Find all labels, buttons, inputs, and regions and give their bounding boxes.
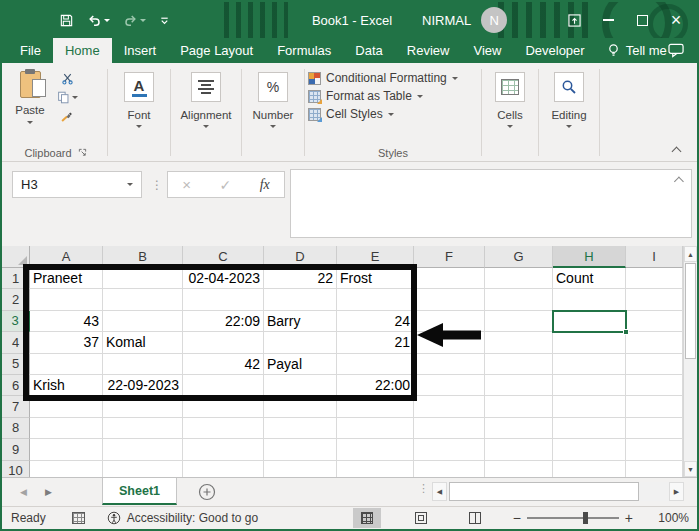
redo-dropdown-icon[interactable] xyxy=(140,19,146,22)
cell-H9[interactable] xyxy=(553,439,626,460)
cell-H1[interactable]: Count xyxy=(553,268,626,289)
page-break-view-button[interactable] xyxy=(461,508,489,528)
cell-F1[interactable] xyxy=(414,268,485,289)
styles-item-format-as-table[interactable]: Format as Table xyxy=(308,89,478,103)
sheet-tab-sheet1[interactable]: Sheet1 xyxy=(102,478,177,505)
cell-I4[interactable] xyxy=(626,332,683,353)
cell-H8[interactable] xyxy=(553,418,626,439)
scroll-down-button[interactable]: ▼ xyxy=(684,461,697,477)
collapse-ribbon-button[interactable] xyxy=(673,145,683,155)
formula-bar-grip[interactable]: ⋮ xyxy=(151,172,163,198)
font-group[interactable]: A Font xyxy=(111,66,167,161)
cell-F6[interactable] xyxy=(414,375,485,396)
vertical-scrollbar[interactable]: ▲ ▼ xyxy=(683,246,697,477)
cell-B9[interactable] xyxy=(103,439,183,460)
styles-item-cell-styles[interactable]: Cell Styles xyxy=(308,107,478,121)
fill-handle[interactable] xyxy=(623,329,629,335)
styles-item-conditional-formatting[interactable]: Conditional Formatting xyxy=(308,71,478,85)
cell-B10[interactable] xyxy=(103,461,183,477)
cell-A8[interactable] xyxy=(30,418,103,439)
name-box-dropdown[interactable] xyxy=(119,183,141,186)
maximize-button[interactable] xyxy=(625,2,659,38)
tab-insert[interactable]: Insert xyxy=(112,38,169,63)
zoom-level[interactable]: 100% xyxy=(651,511,689,525)
next-sheet-button[interactable]: ▶ xyxy=(45,487,52,497)
minimize-button[interactable] xyxy=(591,2,625,38)
scroll-up-button[interactable]: ▲ xyxy=(684,246,697,262)
cell-H7[interactable] xyxy=(553,396,626,417)
tab-bar-grip[interactable]: ⋮ xyxy=(418,482,429,495)
tab-formulas[interactable]: Formulas xyxy=(265,38,343,63)
clipboard-dialog-launcher[interactable] xyxy=(78,148,88,158)
cell-F9[interactable] xyxy=(414,439,485,460)
cell-I3[interactable] xyxy=(626,311,683,332)
cell-A9[interactable] xyxy=(30,439,103,460)
undo-dropdown-icon[interactable] xyxy=(104,19,110,22)
tab-review[interactable]: Review xyxy=(395,38,462,63)
undo-button[interactable] xyxy=(84,8,113,32)
cell-D8[interactable] xyxy=(264,418,337,439)
cell-F8[interactable] xyxy=(414,418,485,439)
tab-home[interactable]: Home xyxy=(53,38,112,63)
paste-dropdown-icon[interactable] xyxy=(27,121,33,124)
cell-G7[interactable] xyxy=(485,396,553,417)
cell-I6[interactable] xyxy=(626,375,683,396)
cell-B8[interactable] xyxy=(103,418,183,439)
tab-file[interactable]: File xyxy=(8,38,53,63)
close-button[interactable]: × xyxy=(659,2,693,38)
copy-button[interactable] xyxy=(57,91,78,104)
row-header-9[interactable]: 9 xyxy=(2,439,30,460)
ribbon-display-options-button[interactable] xyxy=(557,2,591,38)
number-group-dropdown-icon[interactable] xyxy=(270,125,276,128)
cell-G10[interactable] xyxy=(485,461,553,477)
alignment-group-dropdown-icon[interactable] xyxy=(203,125,209,128)
page-layout-view-button[interactable] xyxy=(407,508,435,528)
tab-data[interactable]: Data xyxy=(343,38,394,63)
alignment-group[interactable]: Alignment xyxy=(174,66,238,161)
new-sheet-button[interactable] xyxy=(198,483,216,505)
zoom-out-button[interactable]: − xyxy=(507,510,527,526)
cell-G8[interactable] xyxy=(485,418,553,439)
user-name[interactable]: NIRMAL xyxy=(422,13,471,28)
cell-H2[interactable] xyxy=(553,289,626,310)
row-header-10[interactable]: 10 xyxy=(2,461,30,477)
cell-C10[interactable] xyxy=(183,461,264,477)
cut-button[interactable] xyxy=(61,72,74,85)
cell-G1[interactable] xyxy=(485,268,553,289)
cells-group[interactable]: Cells xyxy=(485,66,535,161)
cell-A10[interactable] xyxy=(30,461,103,477)
cell-G9[interactable] xyxy=(485,439,553,460)
cell-I9[interactable] xyxy=(626,439,683,460)
cell-H10[interactable] xyxy=(553,461,626,477)
save-button[interactable] xyxy=(56,8,77,32)
cells-group-dropdown-icon[interactable] xyxy=(507,125,513,128)
tell-me-button[interactable]: Tell me xyxy=(597,38,677,63)
number-group[interactable]: % Number xyxy=(245,66,301,161)
column-header-I[interactable]: I xyxy=(626,246,683,268)
cell-F5[interactable] xyxy=(414,354,485,375)
editing-group[interactable]: Editing xyxy=(542,66,596,161)
zoom-in-button[interactable]: + xyxy=(619,510,639,526)
share-comment-button[interactable] xyxy=(668,38,685,63)
column-header-F[interactable]: F xyxy=(414,246,485,268)
scroll-left-button[interactable]: ◀ xyxy=(432,482,447,501)
tab-page-layout[interactable]: Page Layout xyxy=(168,38,265,63)
cell-I8[interactable] xyxy=(626,418,683,439)
cell-C9[interactable] xyxy=(183,439,264,460)
name-box[interactable]: H3 xyxy=(12,171,142,198)
accessibility-status[interactable]: Accessibility: Good to go xyxy=(127,511,258,525)
redo-button[interactable] xyxy=(120,8,149,32)
cell-I10[interactable] xyxy=(626,461,683,477)
zoom-slider-thumb[interactable] xyxy=(583,512,588,524)
horizontal-scroll-thumb[interactable] xyxy=(449,482,639,501)
vertical-scroll-thumb[interactable] xyxy=(685,263,696,359)
cell-G4[interactable] xyxy=(485,332,553,353)
tab-developer[interactable]: Developer xyxy=(513,38,596,63)
tab-view[interactable]: View xyxy=(461,38,513,63)
cell-E9[interactable] xyxy=(337,439,414,460)
cell-G2[interactable] xyxy=(485,289,553,310)
insert-function-icon[interactable]: fx xyxy=(260,177,270,193)
normal-view-button[interactable] xyxy=(353,508,381,528)
column-header-G[interactable]: G xyxy=(485,246,553,268)
scroll-right-button[interactable]: ▶ xyxy=(669,482,684,501)
